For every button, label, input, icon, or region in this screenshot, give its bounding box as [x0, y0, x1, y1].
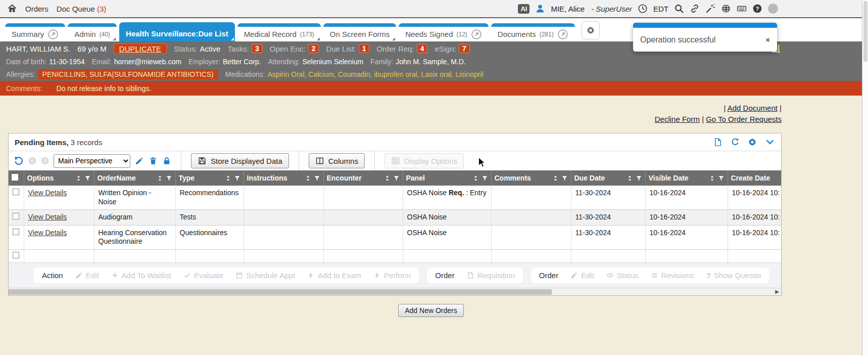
- tab-on-screen-forms[interactable]: On Screen Forms: [323, 23, 396, 41]
- filter-icon[interactable]: [393, 175, 400, 182]
- sort-icon[interactable]: [709, 175, 715, 182]
- filter-icon[interactable]: [636, 175, 642, 182]
- column-header-due-date[interactable]: Due Date: [571, 170, 645, 186]
- column-header-panel[interactable]: Panel: [403, 170, 491, 186]
- sort-icon[interactable]: [75, 175, 82, 182]
- horizontal-scrollbar[interactable]: ▶: [9, 288, 781, 295]
- column-header-create-date[interactable]: Create Date: [728, 170, 781, 186]
- add-document-link[interactable]: Add Document: [728, 104, 778, 112]
- sort-icon[interactable]: [384, 175, 391, 182]
- link-icon[interactable]: [690, 4, 700, 14]
- column-header-ordername[interactable]: OrderName: [94, 170, 175, 186]
- gear-icon[interactable]: [748, 138, 757, 147]
- column-header-comments[interactable]: Comments: [491, 170, 571, 186]
- status-button[interactable]: Status: [606, 271, 639, 280]
- ai-badge[interactable]: AI: [518, 4, 529, 14]
- sort-icon[interactable]: [472, 175, 479, 182]
- prev-arrow-icon[interactable]: [28, 157, 36, 165]
- home-icon[interactable]: [7, 4, 17, 14]
- order-req-count-badge[interactable]: 4: [417, 44, 428, 53]
- sort-icon[interactable]: [305, 175, 311, 182]
- row-checkbox[interactable]: [13, 229, 19, 235]
- clock-icon[interactable]: [638, 4, 648, 14]
- open-enc-count-badge[interactable]: 2: [308, 44, 319, 53]
- perform-button[interactable]: Perform: [373, 271, 411, 280]
- sort-icon[interactable]: [626, 175, 633, 182]
- breadcrumb-doc-queue[interactable]: Doc Queue (3): [57, 5, 106, 13]
- wand-icon[interactable]: [705, 4, 715, 14]
- popout-icon[interactable]: [471, 29, 482, 40]
- add-to-waitlist-button[interactable]: Add To Waitlist: [111, 271, 171, 280]
- filter-icon[interactable]: [234, 175, 240, 182]
- revisions-button[interactable]: Revisions: [651, 271, 694, 280]
- tab-summary[interactable]: Summary: [5, 23, 65, 41]
- select-all-header[interactable]: [9, 170, 24, 186]
- tab-settings-gear-button[interactable]: [582, 21, 600, 39]
- vertical-scrollbar[interactable]: [862, 0, 868, 356]
- view-details-link[interactable]: View Details: [28, 229, 67, 237]
- email-value[interactable]: horner@mieweb.com: [114, 58, 181, 66]
- filter-icon[interactable]: [481, 175, 488, 182]
- undo-icon[interactable]: [14, 156, 24, 166]
- scrollbar-thumb[interactable]: [9, 289, 552, 295]
- tab-documents[interactable]: Documents (281): [491, 23, 575, 41]
- allergies-badge[interactable]: PENICILLINS, SULFA(SULFONAMIDE ANTIBIOTI…: [38, 69, 218, 79]
- add-to-exam-button[interactable]: Add to Exam: [307, 271, 361, 280]
- show-questionnaire-button[interactable]: ?Show Questio: [706, 271, 761, 280]
- schedule-appt-button[interactable]: Schedule Appt: [235, 271, 295, 280]
- column-header-options[interactable]: Options: [24, 170, 94, 186]
- filter-icon[interactable]: [561, 175, 568, 182]
- popout-icon[interactable]: [47, 29, 59, 40]
- edit-button[interactable]: Edit: [75, 271, 99, 280]
- tab-needs-signed[interactable]: Needs Signed (12): [399, 23, 489, 41]
- keyboard-icon[interactable]: [737, 4, 747, 14]
- filter-icon[interactable]: [84, 175, 91, 182]
- view-details-link[interactable]: View Details: [28, 189, 67, 197]
- patient-name[interactable]: HART, WILLIAM S.: [6, 45, 70, 53]
- row-checkbox[interactable]: [13, 213, 19, 219]
- column-header-encounter[interactable]: Encounter: [323, 170, 403, 186]
- delete-perspective-trash-icon[interactable]: [149, 156, 158, 165]
- popout-icon[interactable]: [557, 29, 568, 40]
- tab-admin[interactable]: Admin (40): [68, 23, 117, 41]
- view-details-link[interactable]: View Details: [28, 213, 67, 221]
- select-all-checkbox[interactable]: [12, 174, 18, 181]
- scrollbar-thumb[interactable]: [863, 1, 867, 62]
- tasks-count-badge[interactable]: 3: [252, 44, 263, 53]
- due-list-count-badge[interactable]: 1: [359, 44, 370, 53]
- requisition-button[interactable]: Requisition: [467, 271, 515, 280]
- lock-perspective-icon[interactable]: [162, 156, 171, 165]
- order-edit-button[interactable]: Edit: [570, 271, 594, 280]
- esign-count-badge[interactable]: 7: [459, 44, 470, 53]
- scrollbar-right-arrow[interactable]: ▶: [775, 289, 779, 294]
- sort-icon[interactable]: [552, 175, 559, 182]
- breadcrumb-orders[interactable]: Orders: [25, 5, 49, 13]
- perspective-select[interactable]: Main Perspective: [54, 154, 130, 168]
- column-header-type[interactable]: Type: [175, 170, 244, 186]
- next-arrow-icon[interactable]: [41, 157, 49, 165]
- toast-close-icon[interactable]: ×: [765, 35, 770, 44]
- globe-icon[interactable]: [721, 4, 731, 14]
- sort-icon[interactable]: [157, 175, 163, 182]
- user-name[interactable]: MIE, Alice: [551, 5, 585, 13]
- collapse-chevron-icon[interactable]: [765, 137, 775, 147]
- filter-icon[interactable]: [718, 175, 725, 182]
- duplicate-badge[interactable]: DUPLICATE: [114, 43, 167, 54]
- refresh-icon[interactable]: [731, 138, 740, 147]
- search-icon[interactable]: [674, 4, 684, 14]
- evaluate-button[interactable]: Evaluate: [183, 271, 223, 280]
- tab-medical-record[interactable]: Medical Record (173): [237, 23, 321, 41]
- filter-icon[interactable]: [314, 175, 320, 182]
- edit-perspective-pencil-icon[interactable]: [135, 156, 144, 165]
- columns-button[interactable]: Columns: [309, 153, 365, 168]
- display-options-button[interactable]: Display Options: [384, 153, 464, 168]
- row-checkbox[interactable]: [13, 189, 19, 195]
- medications-list[interactable]: Aspirin Oral, Calcium, Coumadin, ibuprof…: [267, 70, 483, 78]
- column-header-visible-date[interactable]: Visible Date: [645, 170, 728, 186]
- new-document-icon[interactable]: [713, 138, 722, 147]
- column-header-instructions[interactable]: Instructions: [244, 170, 323, 186]
- row-checkbox[interactable]: [13, 252, 19, 258]
- sort-icon[interactable]: [225, 175, 231, 182]
- help-icon[interactable]: [752, 4, 762, 14]
- tab-health-surveillance-due-list[interactable]: Health Surveillance:Due List: [119, 22, 235, 41]
